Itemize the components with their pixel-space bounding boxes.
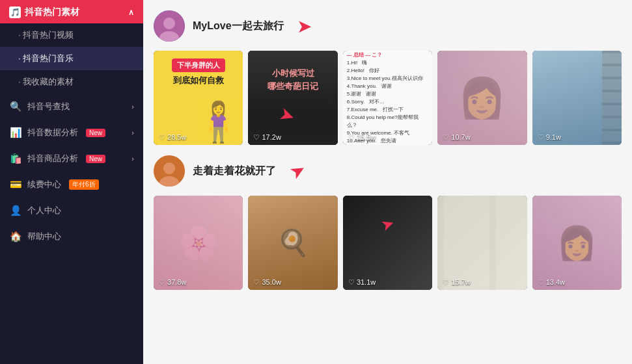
thumb-overlay-text-2: 小时候写过哪些奇葩日记 — [248, 67, 337, 92]
sidebar: 🎵 抖音热门素材 ∧ · 抖音热门视频 · 抖音热门音乐 · 我收藏的素材 🔍 … — [0, 0, 143, 364]
user-avatar-1 — [154, 10, 185, 42]
user-card-2: 走着走着花就开了 ➤ — [154, 155, 622, 187]
video-thumb-9 — [437, 196, 527, 290]
video-likes-6: 37.8w — [159, 278, 186, 287]
user-name-1: MyLove一起去旅行 — [193, 20, 284, 33]
chevron-right-icon-2: › — [131, 129, 134, 136]
video-card-4[interactable]: 👩 10.7w — [437, 51, 527, 145]
list-line-2: 2.Hello! 你好 — [347, 67, 379, 75]
sidebar-item-my-material[interactable]: · 我收藏的素材 — [0, 70, 143, 94]
svg-point-4 — [163, 162, 175, 174]
user-card-1: MyLove一起去旅行 ➤ — [154, 10, 622, 42]
sidebar-item-data-analysis[interactable]: 📊 抖音数据分析 New › — [0, 120, 143, 146]
chevron-up-icon: ∧ — [128, 8, 134, 17]
video-card-6[interactable]: 🌸 37.8w — [154, 196, 243, 290]
list-line-4: 4.Thank you. 谢谢 — [347, 83, 392, 90]
video-likes-4: 10.7w — [443, 133, 470, 142]
new-badge-data: New — [86, 129, 105, 137]
video-card-1[interactable]: 下半身胖的人 到底如何自救 🧍‍♀️ 28.5w — [154, 51, 243, 145]
list-line-6: 6.Sorry. 对不… — [347, 98, 385, 106]
video-likes-5: 9.1w — [538, 133, 561, 142]
video-thumb-8: ➤ — [343, 196, 432, 290]
tiktok-icon: 🎵 — [9, 6, 21, 18]
chevron-right-icon-3: › — [131, 155, 134, 162]
discount-badge: 年付6折 — [69, 179, 99, 190]
video-likes-8: 31.1w — [348, 278, 376, 287]
sidebar-section-materials[interactable]: 🎵 抖音热门素材 ∧ — [0, 0, 143, 23]
video-card-5[interactable]: 9.1w — [532, 51, 622, 145]
chevron-right-icon: › — [131, 103, 134, 110]
chart-icon: 📊 — [9, 127, 22, 138]
video-card-10[interactable]: 👩 13.4w — [532, 196, 622, 290]
user-icon: 👤 — [9, 205, 22, 216]
video-thumb-10: 👩 — [532, 196, 622, 290]
sidebar-item-help[interactable]: 🏠 帮助中心 — [0, 224, 143, 250]
sidebar-item-renew[interactable]: 💳 续费中心 年付6折 — [0, 172, 143, 198]
video-thumb-4: 👩 — [437, 51, 527, 145]
red-arrow-icon-2: ➤ — [286, 158, 309, 184]
video-likes-9: 15.7w — [443, 278, 470, 287]
red-arrow-icon-1: ➤ — [297, 16, 312, 37]
list-line-0: — 总结 — こ？ — [347, 51, 383, 59]
video-card-8[interactable]: ➤ 31.1w — [343, 196, 432, 290]
red-arrow-container-2: ➤ — [290, 161, 305, 182]
video-card-9[interactable]: 15.7w — [437, 196, 527, 290]
list-line-8: 8.Could you help me?能帮帮我么？ — [347, 114, 428, 129]
product-icon: 🛍️ — [9, 153, 22, 164]
list-line-3: 3.Nice to meet you.很高兴认识你 — [347, 75, 423, 83]
video-card-2[interactable]: 小时候写过哪些奇葩日记 ➤ 17.2w — [248, 51, 337, 145]
list-line-1: 1.Hi! 嗨 — [347, 59, 367, 67]
video-thumb-6: 🌸 — [154, 196, 243, 290]
svg-point-1 — [163, 18, 175, 29]
video-likes-7: 35.0w — [253, 278, 281, 287]
new-badge-product: New — [86, 155, 105, 163]
video-thumb-7: 🍳 — [248, 196, 337, 290]
list-line-7: 7.Excuse me. 打扰一下 — [347, 106, 404, 114]
search-icon: 🔍 — [9, 101, 22, 112]
thumb-text-main-1: 到底如何自救 — [154, 75, 243, 86]
video-likes-3: 15.5w — [348, 133, 376, 142]
video-likes-10: 13.4w — [538, 278, 565, 287]
video-thumb-3: — 总结 — こ？ 1.Hi! 嗨 2.Hello! 你好 3.Nice to … — [343, 51, 432, 145]
video-grid-2: 🌸 37.8w 🍳 35.0w ➤ 31.1w 1 — [154, 196, 622, 290]
main-content: MyLove一起去旅行 ➤ 下半身胖的人 到底如何自救 🧍‍♀️ 28.5w 小… — [143, 0, 632, 364]
user-avatar-2 — [154, 155, 185, 187]
thumb-text-top-1: 下半身胖的人 — [172, 58, 225, 72]
user-name-2: 走着走着花就开了 — [193, 164, 276, 178]
sidebar-item-hot-music[interactable]: · 抖音热门音乐 — [0, 47, 143, 70]
video-grid-1: 下半身胖的人 到底如何自救 🧍‍♀️ 28.5w 小时候写过哪些奇葩日记 ➤ 1… — [154, 51, 622, 145]
video-thumb-1: 下半身胖的人 到底如何自救 🧍‍♀️ — [154, 51, 243, 145]
renew-icon: 💳 — [9, 179, 22, 190]
sidebar-item-hot-video[interactable]: · 抖音热门视频 — [0, 23, 143, 47]
video-thumb-5 — [532, 51, 622, 145]
sidebar-item-personal[interactable]: 👤 个人中心 — [0, 198, 143, 224]
video-likes-1: 28.5w — [159, 133, 186, 142]
list-line-5: 5.谢谢 谢谢 — [347, 90, 376, 98]
home-icon: 🏠 — [9, 231, 22, 242]
video-thumb-2: 小时候写过哪些奇葩日记 ➤ — [248, 51, 337, 145]
video-card-3[interactable]: — 总结 — こ？ 1.Hi! 嗨 2.Hello! 你好 3.Nice to … — [343, 51, 432, 145]
sidebar-section-materials-label: 抖音热门素材 — [25, 6, 79, 18]
video-card-7[interactable]: 🍳 35.0w — [248, 196, 337, 290]
sidebar-item-product-analysis[interactable]: 🛍️ 抖音商品分析 New › — [0, 146, 143, 172]
sidebar-item-account-search[interactable]: 🔍 抖音号查找 › — [0, 94, 143, 120]
thumb-figure-1: 🧍‍♀️ — [194, 99, 243, 145]
video-likes-2: 17.2w — [253, 133, 281, 142]
